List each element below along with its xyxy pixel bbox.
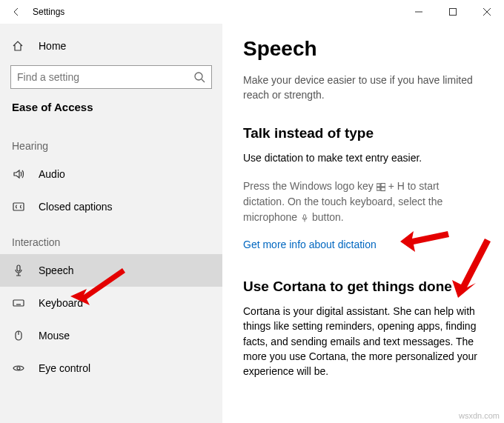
sidebar-item-label: Closed captions <box>39 201 113 213</box>
sidebar-item-mouse[interactable]: Mouse <box>0 319 222 352</box>
windows-logo-icon <box>377 179 385 194</box>
main-content: Speech Make your device easier to use if… <box>222 24 504 423</box>
section-cortana-body: Cortana is your digital assistant. She c… <box>243 304 480 379</box>
maximize-button[interactable] <box>436 0 470 24</box>
svg-rect-20 <box>304 215 306 219</box>
svg-line-5 <box>202 79 205 82</box>
sidebar-item-label: Mouse <box>39 330 70 342</box>
sidebar-item-label: Eye control <box>39 362 90 374</box>
watermark: wsxdn.com <box>459 411 500 420</box>
sidebar-item-eye-control[interactable]: Eye control <box>0 352 222 384</box>
svg-rect-8 <box>13 300 24 306</box>
svg-rect-7 <box>17 265 20 271</box>
sidebar-item-label: Keyboard <box>39 297 83 309</box>
search-field[interactable] <box>17 71 193 83</box>
window-title: Settings <box>33 7 402 17</box>
minimize-button[interactable] <box>402 0 436 24</box>
sidebar-item-audio[interactable]: Audio <box>0 158 222 190</box>
section-talk-line2: Press the Windows logo key + H to start … <box>243 179 480 225</box>
sidebar-item-label: Audio <box>39 168 65 180</box>
group-interaction: Interaction <box>0 223 222 254</box>
svg-rect-18 <box>377 187 380 190</box>
svg-rect-16 <box>377 184 380 187</box>
section-talk-line1: Use dictation to make text entry easier. <box>243 150 480 165</box>
dictation-info-link[interactable]: Get more info about dictation <box>243 239 486 250</box>
sidebar-home-label: Home <box>39 40 66 52</box>
search-icon <box>193 71 205 83</box>
page-title: Speech <box>243 37 486 61</box>
keyboard-icon <box>12 297 25 309</box>
svg-rect-1 <box>450 9 457 16</box>
section-cortana-heading: Use Cortana to get things done <box>243 279 486 295</box>
speaker-icon <box>12 168 25 180</box>
section-talk-heading: Talk instead of type <box>243 125 486 141</box>
microphone-icon <box>300 210 309 225</box>
sidebar-category: Ease of Access <box>0 96 222 127</box>
svg-point-4 <box>195 73 202 80</box>
cc-icon <box>12 201 25 213</box>
sidebar-item-speech[interactable]: Speech <box>0 254 222 287</box>
search-input[interactable] <box>10 65 212 89</box>
home-icon <box>12 40 25 52</box>
svg-point-15 <box>17 367 20 370</box>
sidebar-item-label: Speech <box>39 264 73 276</box>
eye-icon <box>12 362 25 374</box>
svg-rect-6 <box>13 203 24 210</box>
sidebar-home[interactable]: Home <box>0 31 222 61</box>
sidebar-item-closed-captions[interactable]: Closed captions <box>0 190 222 223</box>
mouse-icon <box>12 330 25 342</box>
close-button[interactable] <box>470 0 504 24</box>
page-subtitle: Make your device easier to use if you ha… <box>243 73 473 103</box>
microphone-icon <box>12 264 25 276</box>
group-hearing: Hearing <box>0 127 222 158</box>
sidebar: Home Ease of Access Hearing Audio Closed… <box>0 24 222 423</box>
sidebar-item-keyboard[interactable]: Keyboard <box>0 287 222 319</box>
back-button[interactable] <box>0 7 33 16</box>
